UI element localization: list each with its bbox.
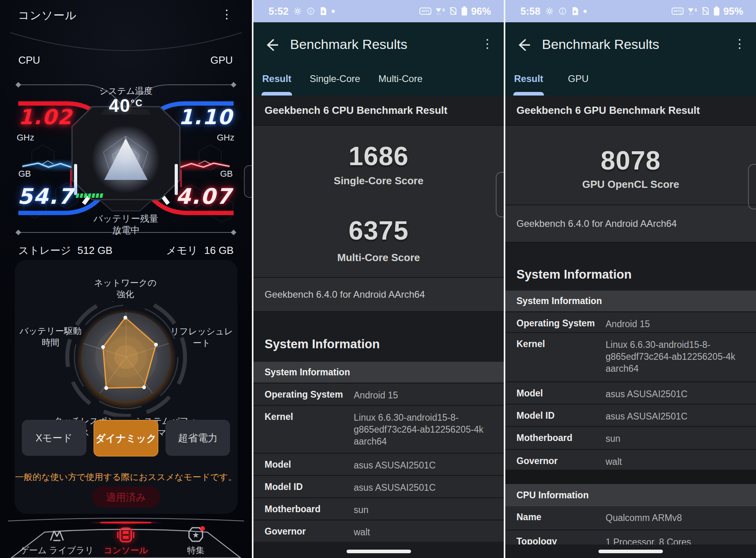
- system-information-subheader: System Information: [505, 291, 756, 311]
- table-row: NameQualcomm ARMv8: [505, 506, 756, 529]
- storage-used-value: 54.7: [18, 184, 74, 209]
- svg-text:6: 6: [442, 8, 445, 12]
- radar-label-battery: バッテリー駆動 時間: [13, 325, 88, 348]
- gpu-opencl-score: 8078: [505, 145, 756, 176]
- single-core-score: 1686: [253, 141, 504, 171]
- home-indicator[interactable]: [598, 550, 663, 553]
- panel-separator: [252, 0, 253, 558]
- table-row: Model IDasus ASUSAI2501C: [505, 404, 756, 426]
- edge-handle[interactable]: [748, 164, 756, 209]
- applied-button[interactable]: 適用済み: [92, 486, 160, 508]
- battery-icon: [713, 6, 720, 16]
- system-temp-value: 40°C: [0, 95, 252, 116]
- kebab-menu-icon[interactable]: ⋮: [481, 37, 493, 51]
- table-row: Motherboardsun: [505, 426, 756, 449]
- svg-text:AUTO: AUTO: [421, 10, 429, 12]
- no-sim-icon: [701, 7, 710, 16]
- svg-text:AUTO: AUTO: [674, 10, 682, 12]
- dot-notification-icon: [331, 10, 335, 13]
- table-row: Model IDasus ASUSAI2501C: [253, 475, 504, 497]
- panel-separator: [504, 0, 505, 558]
- svg-text:Hz: Hz: [428, 13, 431, 15]
- dot-notification-icon: [583, 10, 587, 13]
- score-section: 1686 Single-Core Score 6375 Multi-Core S…: [253, 126, 504, 277]
- multi-core-score-label: Multi-Core Score: [253, 252, 504, 264]
- result-heading: Geekbench 6 CPU Benchmark Result: [253, 96, 504, 126]
- mode-switcher: Xモード ダイナミック 超省電力: [22, 420, 230, 457]
- gear-icon: [545, 7, 554, 16]
- system-information-heading: System Information: [505, 243, 756, 291]
- page-title: Benchmark Results: [542, 37, 659, 52]
- svg-text:6: 6: [695, 8, 697, 12]
- table-row: Operating SystemAndroid 15: [253, 382, 504, 405]
- screenshot-stage: コンソール ⋮ CPU GPU: [0, 0, 756, 558]
- tab-result[interactable]: Result: [262, 73, 291, 96]
- status-bar: 5:58 AUTOHz 6: [505, 0, 756, 22]
- version-row: Geekbench 6.4.0 for Android AArch64: [253, 277, 504, 312]
- console-panel: コンソール ⋮ CPU GPU: [0, 0, 252, 558]
- home-indicator[interactable]: [347, 550, 411, 553]
- gesture-bar: [505, 544, 756, 558]
- mode-button-dynamic[interactable]: ダイナミック: [94, 420, 159, 457]
- tab-single-core[interactable]: Single-Core: [310, 73, 360, 96]
- radar-chart: [47, 301, 205, 417]
- gpu-freq-unit: GHz: [217, 133, 234, 143]
- clock: 5:58: [520, 6, 540, 17]
- system-information-subheader: System Information: [253, 362, 504, 382]
- version-row: Geekbench 6.4.0 for Android AArch64: [505, 205, 756, 243]
- app-bar: Benchmark Results ⋮ Result GPU: [505, 22, 756, 96]
- section-gap: [505, 470, 756, 484]
- mode-button-xmode[interactable]: Xモード: [22, 420, 86, 456]
- svg-text:★: ★: [192, 531, 199, 539]
- table-row: Operating SystemAndroid 15: [505, 311, 756, 332]
- table-row: Modelasus ASUSAI2501C: [253, 453, 504, 475]
- tab-gpu[interactable]: GPU: [568, 73, 588, 96]
- tab-result[interactable]: Result: [514, 73, 543, 96]
- table-row: KernelLinux 6.6.30-android15-8-g865edf73…: [505, 332, 756, 381]
- gpu-opencl-score-label: GPU OpenCL Score: [505, 178, 756, 191]
- info-icon: [559, 7, 567, 15]
- geekbench-cpu-panel: 5:52 AUTOHz 6: [253, 0, 504, 558]
- auto-hz-icon: AUTOHz: [672, 7, 684, 16]
- clock: 5:52: [269, 6, 288, 17]
- tab-multi-core[interactable]: Multi-Core: [378, 73, 423, 96]
- sim-download-icon: [571, 7, 579, 16]
- gear-icon: [293, 7, 302, 16]
- battery-remaining-label: バッテリー残量: [0, 213, 252, 225]
- kebab-menu-icon[interactable]: ⋮: [221, 7, 233, 21]
- storage-unit: GB: [18, 169, 31, 179]
- edge-handle[interactable]: [496, 172, 504, 217]
- nav-item-featured[interactable]: ★ 特集: [152, 525, 240, 556]
- table-row: Motherboardsun: [253, 497, 504, 519]
- memory-caption: メモリ16 GB: [166, 244, 234, 258]
- status-bar: 5:52 AUTOHz 6: [253, 0, 504, 22]
- info-icon: [307, 7, 315, 15]
- storage-memory-row: ストレージ512 GB メモリ16 GB: [18, 244, 234, 258]
- battery-percent: 95%: [723, 6, 743, 17]
- tab-bar: Result Single-Core Multi-Core: [253, 73, 423, 96]
- cpu-information-subheader: CPU Information: [505, 484, 756, 506]
- mode-button-powersave[interactable]: 超省電力: [166, 420, 230, 456]
- edge-handle[interactable]: [244, 165, 252, 198]
- svg-text:Hz: Hz: [680, 13, 683, 15]
- score-section: 8078 GPU OpenCL Score: [505, 126, 756, 205]
- gesture-bar: [253, 544, 504, 558]
- back-arrow-icon[interactable]: [516, 38, 530, 52]
- no-sim-icon: [449, 7, 458, 16]
- kebab-menu-icon[interactable]: ⋮: [734, 37, 746, 51]
- memory-used-value: 4.07: [176, 184, 232, 209]
- auto-hz-icon: AUTOHz: [419, 7, 431, 16]
- back-arrow-icon[interactable]: [265, 38, 278, 52]
- bottom-nav: ゲーム ライブラリ コンソール: [0, 515, 252, 558]
- page-title: コンソール: [18, 8, 77, 23]
- multi-core-score: 6375: [253, 215, 504, 246]
- table-row: Governorwalt: [253, 519, 504, 542]
- table-row: Governorwalt: [505, 449, 756, 470]
- tab-bar: Result GPU: [505, 73, 588, 96]
- featured-icon: ★: [152, 525, 240, 543]
- radar-label-refresh: リフレッシュレ ート: [164, 326, 240, 349]
- mode-tip-text: 一般的な使い方で使用する際におススメなモードです。: [0, 471, 252, 483]
- app-bar: Benchmark Results ⋮ Result Single-Core M…: [253, 22, 504, 96]
- page-title: Benchmark Results: [290, 37, 407, 52]
- result-heading: Geekbench 6 GPU Benchmark Result: [505, 96, 756, 126]
